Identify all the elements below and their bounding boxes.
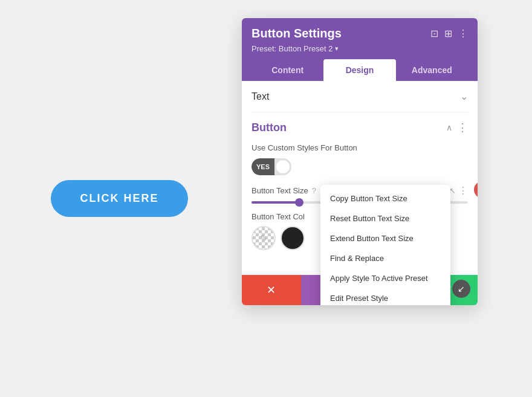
tab-design[interactable]: Design [323,59,395,81]
columns-icon[interactable]: ⊞ [444,28,452,39]
slider-fill [251,201,299,204]
context-extend-text-size[interactable]: Extend Button Text Size [320,228,450,248]
panel-header-icons: ⊡ ⊞ ⋮ [430,28,468,39]
cancel-button[interactable]: ✕ [242,275,301,305]
panel-header: Button Settings ⊡ ⊞ ⋮ Preset: Button Pre… [242,18,478,81]
slider-thumb [295,198,303,207]
context-find-replace[interactable]: Find & Replace [320,248,450,268]
badge-1: 1 [474,181,478,198]
context-edit-preset[interactable]: Edit Preset Style [320,288,450,305]
more-icon[interactable]: ⋮ [458,28,468,39]
section-dots-menu[interactable]: ⋮ [457,121,468,134]
edit-icon: ✎ [260,233,267,243]
expand-icon[interactable]: ⊡ [430,28,438,39]
collapse-chevron[interactable]: ∧ [446,123,452,132]
context-apply-preset[interactable]: Apply Style To Active Preset [320,268,450,288]
toggle-row: YES [251,158,468,175]
help-icon[interactable]: ? [312,186,316,195]
panel-tabs: Content Design Advanced [251,59,468,81]
button-section-header: Button ∧ ⋮ [251,121,468,134]
field-dots-menu[interactable]: ⋮ 1 [458,185,468,196]
text-section-row[interactable]: Text ⌄ [251,81,468,112]
black-swatch[interactable]: 2 [281,226,305,250]
yes-no-toggle[interactable]: YES [251,158,291,175]
preset-dropdown-arrow: ▾ [335,45,339,53]
toggle-yes-label: YES [251,158,274,175]
toggle-thumb [276,160,290,173]
settings-panel: Button Settings ⊡ ⊞ ⋮ Preset: Button Pre… [242,18,478,305]
transparent-swatch[interactable]: ✎ [251,226,276,250]
text-section-chevron: ⌄ [460,91,468,102]
left-area: CLICK HERE [0,0,239,397]
button-text-size-label: Button Text Size [251,186,308,195]
bottom-right-arrow-icon[interactable]: ↙ [452,280,470,298]
tab-advanced[interactable]: Advanced [396,59,468,81]
button-section-title: Button [251,121,287,134]
custom-styles-label: Use Custom Styles For Button [251,143,468,153]
button-text-color-label: Button Text Col [251,212,305,221]
text-section-label: Text [251,91,269,102]
tab-content[interactable]: Content [251,59,323,81]
context-copy-text-size[interactable]: Copy Button Text Size [320,189,450,208]
panel-preset[interactable]: Preset: Button Preset 2 ▾ [251,44,468,53]
context-reset-text-size[interactable]: Reset Button Text Size [320,208,450,228]
panel-title: Button Settings [251,27,342,40]
button-section-icons: ∧ ⋮ [446,121,468,134]
panel-body: Text ⌄ Button ∧ ⋮ Use Custom Styles For … [242,81,478,305]
context-menu: Copy Button Text Size Reset Button Text … [320,185,450,305]
panel-header-top: Button Settings ⊡ ⊞ ⋮ [251,27,468,40]
click-here-button[interactable]: CLICK HERE [51,180,187,217]
